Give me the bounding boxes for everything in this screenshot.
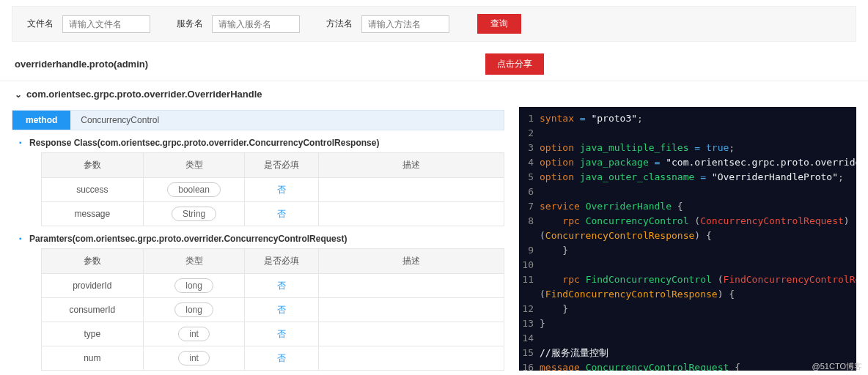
title-row: overriderhandle.proto(admin) 点击分享: [0, 48, 868, 81]
service-input[interactable]: [212, 15, 300, 33]
param-name: num: [42, 346, 144, 371]
response-title: Response Class(com.orientsec.grpc.proto.…: [12, 130, 504, 152]
page-title: overriderhandle.proto(admin): [15, 59, 148, 70]
code-line: 14: [519, 331, 856, 346]
table-row: numint否: [42, 346, 504, 371]
param-required: 否: [245, 202, 319, 226]
code-line: 15//服务流量控制: [519, 346, 856, 360]
param-desc: [319, 202, 504, 226]
code-line: 7service OverriderHandle {: [519, 199, 856, 214]
param-desc: [319, 178, 504, 202]
file-label: 文件名: [27, 18, 54, 30]
param-name: consumerId: [42, 298, 144, 322]
file-input[interactable]: [62, 15, 150, 33]
col-param: 参数: [42, 153, 144, 178]
query-button[interactable]: 查询: [477, 14, 521, 34]
method-name: ConcurrencyControl: [70, 111, 169, 130]
code-line: 10: [519, 258, 856, 272]
code-line: (FindConcurrencyControlResponse) {: [519, 287, 856, 302]
code-line: 5option java_outer_classname = "Override…: [519, 170, 856, 185]
param-type: long: [143, 274, 245, 298]
watermark: @51CTO博客: [812, 361, 862, 372]
docs-panel: method ConcurrencyControl Response Class…: [12, 107, 504, 375]
code-line: 16message ConcurrencyControlRequest {: [519, 360, 856, 371]
param-required: 否: [245, 346, 319, 371]
code-line: 1syntax = "proto3";: [519, 111, 856, 126]
param-type: String: [143, 202, 245, 226]
param-name: providerId: [42, 274, 144, 298]
param-name: success: [42, 178, 144, 202]
param-desc: [319, 274, 504, 298]
table-row: successboolean否: [42, 178, 504, 202]
code-panel[interactable]: 1syntax = "proto3";23option java_multipl…: [519, 107, 856, 371]
search-bar: 文件名 服务名 方法名 查询: [12, 6, 856, 42]
param-desc: [319, 322, 504, 346]
param-required: 否: [245, 322, 319, 346]
col-required: 是否必填: [245, 249, 319, 274]
param-required: 否: [245, 178, 319, 202]
method-input[interactable]: [361, 15, 449, 33]
service-row[interactable]: ⌄ com.orientsec.grpc.proto.overrider.Ove…: [0, 81, 868, 107]
code-line: 9 }: [519, 243, 856, 258]
col-required: 是否必填: [245, 153, 319, 178]
param-desc: [319, 346, 504, 371]
method-badge: method: [12, 111, 70, 130]
col-desc: 描述: [319, 249, 504, 274]
code-line: 3option java_multiple_files = true;: [519, 141, 856, 155]
table-row: consumerIdlong否: [42, 298, 504, 322]
method-header-1[interactable]: method ConcurrencyControl: [12, 110, 504, 130]
param-desc: [319, 298, 504, 322]
code-line: 2: [519, 126, 856, 141]
table-row: providerIdlong否: [42, 274, 504, 298]
param-required: 否: [245, 274, 319, 298]
code-line: 8 rpc ConcurrencyControl (ConcurrencyCon…: [519, 214, 856, 229]
chevron-down-icon: ⌄: [15, 89, 22, 100]
service-name: com.orientsec.grpc.proto.overrider.Overr…: [26, 89, 262, 100]
col-desc: 描述: [319, 153, 504, 178]
code-line: 12 }: [519, 302, 856, 316]
param-type: long: [143, 298, 245, 322]
request-title: Paramters(com.orientsec.grpc.proto.overr…: [12, 226, 504, 248]
col-type: 类型: [143, 249, 245, 274]
method-label: 方法名: [326, 18, 353, 30]
param-required: 否: [245, 298, 319, 322]
param-type: int: [143, 346, 245, 371]
share-button[interactable]: 点击分享: [485, 53, 544, 75]
code-line: 13}: [519, 316, 856, 331]
param-type: boolean: [143, 178, 245, 202]
code-line: 11 rpc FindConcurrencyControl (FindConcu…: [519, 272, 856, 287]
code-line: (ConcurrencyControlResponse) {: [519, 229, 856, 243]
col-type: 类型: [143, 153, 245, 178]
table-row: typeint否: [42, 322, 504, 346]
param-name: message: [42, 202, 144, 226]
col-param: 参数: [42, 249, 144, 274]
param-name: type: [42, 322, 144, 346]
code-line: 4option java_package = "com.orientsec.gr…: [519, 155, 856, 170]
table-row: messageString否: [42, 202, 504, 226]
service-label: 服务名: [177, 18, 203, 30]
request-table: 参数 类型 是否必填 描述 providerIdlong否consumerIdl…: [41, 248, 504, 371]
param-type: int: [143, 322, 245, 346]
code-line: 6: [519, 185, 856, 199]
response-table: 参数 类型 是否必填 描述 successboolean否messageStri…: [41, 152, 504, 226]
